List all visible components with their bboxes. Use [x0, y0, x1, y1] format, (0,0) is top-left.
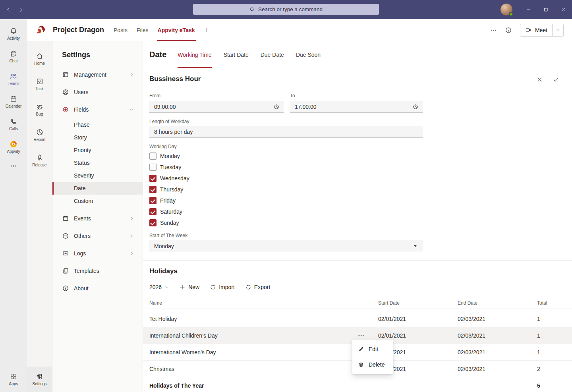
- app-rail-item-chat[interactable]: Chat: [0, 45, 27, 68]
- checkbox-monday[interactable]: [149, 153, 157, 160]
- chevron-down-icon: [556, 28, 560, 32]
- more-options-button[interactable]: [490, 27, 497, 34]
- settings-nav-item-templates[interactable]: Templates: [52, 262, 143, 280]
- column-header-name: Name: [149, 300, 378, 306]
- working-day-friday[interactable]: Friday: [149, 195, 189, 206]
- settings-nav-item-severity[interactable]: Severity: [52, 169, 143, 182]
- channel-tab-appvity-etask[interactable]: Appvity eTask: [157, 19, 196, 41]
- settings-nav-item-management[interactable]: Management: [52, 66, 143, 83]
- side-rail-item-report[interactable]: Report: [27, 122, 52, 148]
- save-button[interactable]: [553, 76, 559, 83]
- working-day-sunday[interactable]: Sunday: [149, 217, 189, 228]
- search-icon: [249, 7, 255, 12]
- holiday-row-holidays-of-the-year[interactable]: Holidays of The Year 5: [143, 377, 572, 392]
- info-button[interactable]: [505, 27, 512, 34]
- holiday-total-cell: 1: [537, 332, 572, 339]
- settings-nav-item-phase[interactable]: Phase: [52, 118, 143, 131]
- channel-header-actions: Meet: [490, 19, 564, 41]
- side-rail-item-bug[interactable]: Bug: [27, 97, 52, 122]
- settings-nav-item-story[interactable]: Story: [52, 131, 143, 144]
- avatar[interactable]: [500, 4, 512, 15]
- start-week-select[interactable]: Monday: [149, 240, 423, 252]
- checkbox-saturday[interactable]: [149, 208, 157, 215]
- app-rail-item-activity[interactable]: Activity: [0, 22, 27, 45]
- workday-length-input[interactable]: 8 hours per day: [149, 126, 423, 138]
- settings-title: Settings: [62, 51, 90, 59]
- settings-nav-item-date[interactable]: Date: [52, 182, 143, 195]
- import-button[interactable]: Import: [210, 284, 235, 290]
- app-rail-item-calls[interactable]: Calls: [0, 113, 27, 135]
- channel-tab-posts[interactable]: Posts: [113, 19, 128, 41]
- context-menu: Edit Delete: [352, 340, 393, 374]
- holiday-end-cell: 02/03/2021: [458, 332, 537, 339]
- settings-nav-item-logs[interactable]: Logs: [52, 245, 143, 262]
- settings-nav-item-about[interactable]: About: [52, 280, 143, 297]
- minimize-button[interactable]: [520, 0, 537, 19]
- settings-nav-item-custom[interactable]: Custom: [52, 195, 143, 207]
- checkbox-sunday[interactable]: [149, 219, 157, 226]
- forward-button[interactable]: [18, 7, 24, 13]
- settings-nav-item-users[interactable]: Users: [52, 83, 143, 101]
- date-tab-start-date[interactable]: Start Date: [224, 41, 249, 68]
- date-tab-working-time[interactable]: Working Time: [178, 41, 211, 68]
- context-menu-item-edit[interactable]: Edit: [352, 342, 393, 357]
- working-day-monday[interactable]: Monday: [149, 151, 189, 162]
- new-holiday-button[interactable]: New: [179, 284, 199, 290]
- channel-tab-files[interactable]: Files: [136, 19, 149, 41]
- add-tab-button[interactable]: [204, 27, 210, 33]
- cancel-button[interactable]: [536, 76, 543, 83]
- settings-nav-item-fields[interactable]: Fields: [52, 101, 143, 118]
- working-day-wednesday[interactable]: Wednesday: [149, 173, 189, 184]
- working-day-saturday[interactable]: Saturday: [149, 206, 189, 217]
- settings-nav-item-events[interactable]: Events: [52, 210, 143, 227]
- holiday-name-cell: Holidays of The Year: [149, 382, 378, 389]
- holiday-end-cell: 02/03/2021: [458, 366, 537, 372]
- export-button[interactable]: Export: [245, 284, 270, 290]
- side-rail-item-release[interactable]: Release: [27, 148, 52, 173]
- context-menu-item-delete[interactable]: Delete: [352, 357, 393, 372]
- close-button[interactable]: [555, 0, 572, 19]
- meet-dropdown-button[interactable]: [553, 24, 563, 36]
- date-tab-due-soon[interactable]: Due Soon: [296, 41, 321, 68]
- meet-button[interactable]: Meet: [520, 24, 564, 37]
- app-rail-item-apps[interactable]: Apps: [0, 368, 27, 390]
- to-time-input[interactable]: 17:00:00: [290, 101, 423, 113]
- settings-nav-item-priority[interactable]: Priority: [52, 144, 143, 156]
- templates-icon: [62, 267, 69, 274]
- clock-icon[interactable]: [412, 104, 419, 110]
- checkbox-wednesday[interactable]: [149, 175, 157, 182]
- titlebar: Search or type a command: [0, 0, 572, 19]
- plus-icon: [179, 284, 186, 290]
- new-label: New: [188, 284, 199, 290]
- from-time-input[interactable]: 09:00:00: [149, 101, 284, 113]
- app-rail-more-button[interactable]: [0, 158, 27, 174]
- search-input[interactable]: Search or type a command: [193, 4, 379, 15]
- project-dragon-logo: [36, 25, 46, 35]
- app-rail-item-calender[interactable]: Calender: [0, 90, 27, 113]
- app-rail-item-appvity[interactable]: Appvity: [0, 135, 27, 158]
- side-rail-item-home[interactable]: Home: [27, 46, 52, 71]
- clock-icon[interactable]: [273, 104, 280, 110]
- side-rail-item-task[interactable]: Task: [27, 71, 52, 97]
- settings-nav-item-others[interactable]: Others: [52, 227, 143, 245]
- holidays-heading: Holidays: [149, 267, 178, 275]
- working-day-thursday[interactable]: Thursday: [149, 184, 189, 195]
- holiday-row-tet-holiday[interactable]: Tet Holiday 02/01/2021 02/03/2021 1: [143, 311, 572, 327]
- date-tabs: Working TimeStart DateDue DateDue Soon: [178, 41, 321, 68]
- holiday-table-header: NameStart DateEnd DateTotal: [143, 297, 572, 309]
- working-day-tuesday[interactable]: Tuesday: [149, 162, 189, 173]
- checkbox-thursday[interactable]: [149, 186, 157, 193]
- app-rail-item-teams[interactable]: Teams: [0, 68, 27, 90]
- settings-nav-item-status[interactable]: Status: [52, 156, 143, 169]
- side-rail-item-settings[interactable]: Settings: [27, 367, 52, 392]
- year-select[interactable]: 2026: [149, 284, 169, 290]
- row-actions-button[interactable]: [358, 332, 365, 339]
- date-tab-due-date[interactable]: Due Date: [261, 41, 284, 68]
- circle-dots-icon: [62, 232, 69, 239]
- meet-button-main[interactable]: Meet: [520, 24, 552, 36]
- checkbox-friday[interactable]: [149, 197, 157, 204]
- person-icon: [62, 89, 69, 96]
- back-button[interactable]: [6, 7, 12, 13]
- checkbox-tuesday[interactable]: [149, 164, 157, 171]
- maximize-button[interactable]: [537, 0, 555, 19]
